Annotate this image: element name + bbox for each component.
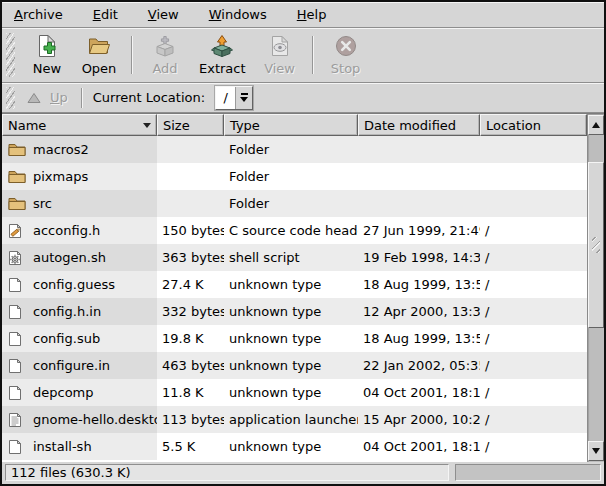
- cell-size: 113 bytes: [157, 406, 224, 433]
- menu-item-archive[interactable]: Archive: [12, 5, 65, 24]
- cell-location: [480, 136, 587, 163]
- new-button[interactable]: New: [21, 31, 73, 80]
- cell-size: 463 bytes: [157, 352, 224, 379]
- vertical-scrollbar[interactable]: [587, 114, 604, 462]
- cell-size: [157, 163, 224, 190]
- table-row[interactable]: pixmapsFolder: [2, 163, 587, 190]
- cell-name: gnome-hello.desktop: [2, 406, 157, 433]
- cell-name: macros2: [2, 136, 157, 163]
- menu-item-view[interactable]: View: [146, 5, 181, 24]
- archive-manager-window: ArchiveEditViewWindowsHelp NewOpenAddExt…: [0, 0, 606, 486]
- cell-text: Folder: [229, 196, 269, 211]
- table-row[interactable]: install-sh5.5 Kunknown type04 Oct 2001, …: [2, 433, 587, 460]
- cell-text: depcomp: [33, 385, 94, 400]
- combo-dropdown-button[interactable]: [236, 87, 252, 109]
- column-header-name[interactable]: Name: [2, 114, 157, 136]
- add-files-icon: [153, 34, 177, 59]
- cell-text: 19.8 K: [162, 331, 204, 346]
- folder-icon: [8, 169, 26, 184]
- menu-item-help[interactable]: Help: [295, 5, 329, 24]
- cell-text: 04 Oct 2001, 18:12: [363, 385, 480, 400]
- cell-size: 150 bytes: [157, 217, 224, 244]
- cell-date-modified: 04 Oct 2001, 18:12: [358, 379, 480, 406]
- table-row[interactable]: srcFolder: [2, 190, 587, 217]
- stop-icon: [334, 34, 358, 59]
- table-row[interactable]: gnome-hello.desktop113 bytesapplication …: [2, 406, 587, 433]
- cell-text: /: [485, 412, 489, 427]
- location-bar-drag-handle[interactable]: [6, 87, 15, 109]
- cell-text: 363 bytes: [162, 250, 224, 265]
- tool-button-label: New: [33, 61, 61, 76]
- cell-location: /: [480, 217, 587, 244]
- table-row[interactable]: configure.in463 bytesunknown type22 Jan …: [2, 352, 587, 379]
- add-button[interactable]: Add: [139, 31, 191, 80]
- column-header-size[interactable]: Size: [157, 114, 224, 136]
- table-row[interactable]: config.guess27.4 Kunknown type18 Aug 199…: [2, 271, 587, 298]
- cell-type: unknown type: [224, 271, 358, 298]
- cell-size: [157, 190, 224, 217]
- table-row[interactable]: autogen.sh363 bytesshell script19 Feb 19…: [2, 244, 587, 271]
- toolbar-drag-handle[interactable]: [6, 33, 15, 77]
- table-row[interactable]: config.h.in332 bytesunknown type12 Apr 2…: [2, 298, 587, 325]
- cell-location: [480, 163, 587, 190]
- status-message-box: 112 files (630.3 K): [5, 464, 449, 481]
- cell-type: Folder: [224, 136, 358, 163]
- cell-text: unknown type: [229, 358, 321, 373]
- cell-text: /: [485, 250, 489, 265]
- open-button[interactable]: Open: [73, 31, 125, 80]
- scroll-down-button[interactable]: [588, 441, 604, 461]
- table-header: NameSizeTypeDate modifiedLocation: [2, 114, 587, 136]
- cell-location: /: [480, 244, 587, 271]
- menu-item-edit[interactable]: Edit: [91, 5, 120, 24]
- cell-text: /: [485, 331, 489, 346]
- table-row[interactable]: depcomp11.8 Kunknown type04 Oct 2001, 18…: [2, 379, 587, 406]
- cell-text: install-sh: [33, 439, 92, 454]
- cell-text: configure.in: [33, 358, 110, 373]
- column-header-date-modified[interactable]: Date modified: [358, 114, 480, 136]
- cell-type: unknown type: [224, 433, 358, 460]
- file-plain-icon: [8, 385, 26, 401]
- cell-text: autogen.sh: [33, 250, 106, 265]
- cell-text: unknown type: [229, 331, 321, 346]
- cell-text: unknown type: [229, 277, 321, 292]
- cell-date-modified: 04 Oct 2001, 18:12: [358, 433, 480, 460]
- table-row[interactable]: acconfig.h150 bytesC source code header2…: [2, 217, 587, 244]
- column-header-type[interactable]: Type: [224, 114, 358, 136]
- toolbar: NewOpenAddExtractViewStop: [2, 28, 604, 83]
- cell-date-modified: 19 Feb 1998, 14:31: [358, 244, 480, 271]
- menu-bar: ArchiveEditViewWindowsHelp: [2, 2, 604, 28]
- cell-text: /: [485, 439, 489, 454]
- table-row[interactable]: config.sub19.8 Kunknown type18 Aug 1999,…: [2, 325, 587, 352]
- column-header-location[interactable]: Location: [480, 114, 587, 136]
- cell-text: config.guess: [33, 277, 115, 292]
- cell-text: 5.5 K: [162, 439, 195, 454]
- up-arrow-icon: [27, 92, 45, 104]
- cell-date-modified: 12 Apr 2000, 13:36: [358, 298, 480, 325]
- view-button[interactable]: View: [254, 31, 306, 80]
- table-row[interactable]: macros2Folder: [2, 136, 587, 163]
- tool-button-label: Stop: [331, 61, 361, 76]
- cell-location: /: [480, 352, 587, 379]
- file-script-icon: [8, 250, 26, 266]
- stop-button[interactable]: Stop: [320, 31, 372, 80]
- cell-location: [480, 190, 587, 217]
- cell-text: 463 bytes: [162, 358, 224, 373]
- scroll-up-button[interactable]: [588, 115, 604, 135]
- up-button[interactable]: Up: [21, 87, 74, 108]
- extract-button[interactable]: Extract: [191, 31, 254, 80]
- cell-name: configure.in: [2, 352, 157, 379]
- cell-text: gnome-hello.desktop: [33, 412, 157, 427]
- cell-text: C source code header: [229, 223, 358, 238]
- tool-button-label: Open: [82, 61, 117, 76]
- toolbar-separator: [312, 36, 314, 74]
- menu-item-windows[interactable]: Windows: [207, 5, 269, 24]
- cell-text: 27 Jun 1999, 21:49: [363, 223, 480, 238]
- scrollbar-thumb[interactable]: [588, 162, 604, 328]
- current-location-combo[interactable]: /: [215, 86, 253, 110]
- current-location-value[interactable]: /: [216, 87, 236, 109]
- cell-text: config.sub: [33, 331, 100, 346]
- cell-date-modified: 22 Jan 2002, 05:35: [358, 352, 480, 379]
- cell-text: src: [33, 196, 52, 211]
- file-list-area: NameSizeTypeDate modifiedLocation macros…: [2, 113, 604, 461]
- cell-text: 12 Apr 2000, 13:36: [363, 304, 480, 319]
